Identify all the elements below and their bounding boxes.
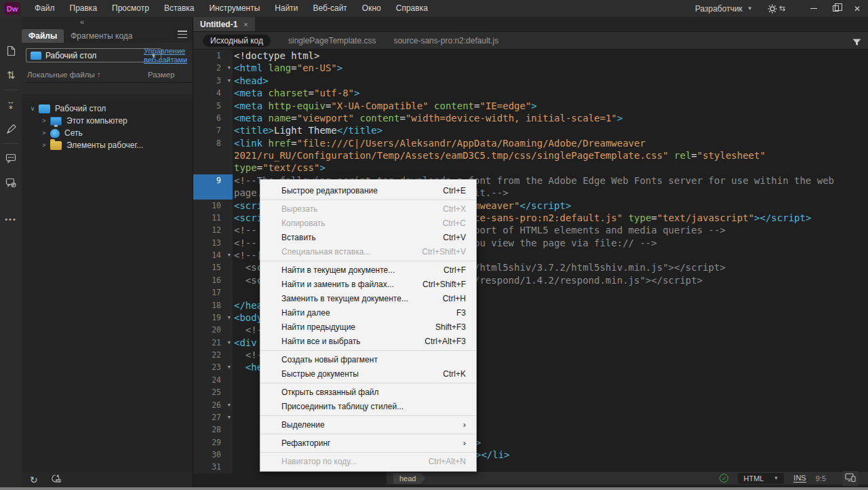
code-line[interactable]: type="text/css"> <box>193 162 868 174</box>
line-gutter[interactable]: 18 <box>193 299 233 312</box>
line-gutter[interactable]: 25 <box>193 386 233 398</box>
gear-sync-icon[interactable]: ⇆ <box>768 3 785 14</box>
fold-arrow-icon[interactable]: ▼ <box>228 361 231 373</box>
line-gutter[interactable]: 15 <box>193 261 233 274</box>
line-gutter[interactable]: 22 <box>193 349 233 361</box>
get-put-files-icon[interactable]: ⇅ <box>0 63 22 88</box>
line-gutter[interactable]: 14▼ <box>193 249 233 261</box>
context-menu-item-19[interactable]: Присоединить таблицу стилей... <box>260 399 476 413</box>
related-file-1[interactable]: Исходный код <box>203 35 271 47</box>
tree-item[interactable]: >Сеть <box>22 127 193 139</box>
panel-tab-2[interactable]: Фрагменты кода <box>64 29 139 43</box>
panel-menu-icon[interactable] <box>178 31 187 38</box>
line-gutter[interactable]: 29 <box>193 436 233 449</box>
line-gutter[interactable]: 31 <box>193 461 233 473</box>
line-gutter[interactable]: 26▼ <box>193 399 233 411</box>
manage-sites-link[interactable]: Управление веб-сайтами <box>144 47 189 64</box>
code-line[interactable]: 4<meta charset="utf-8"> <box>193 87 868 99</box>
menubar-item-2[interactable]: Правка <box>62 0 105 17</box>
context-menu-item-18[interactable]: Открыть связанный файл <box>260 385 476 399</box>
menubar-item-5[interactable]: Инструменты <box>201 0 267 17</box>
comments-off-icon[interactable] <box>0 170 22 195</box>
site-selector[interactable]: Рабочий стол ▼ <box>26 48 161 62</box>
column-size[interactable]: Размер <box>148 71 175 79</box>
code-line[interactable]: 5<meta http-equiv="X-UA-Compatible" cont… <box>193 100 868 112</box>
line-gutter[interactable] <box>193 162 233 174</box>
comments-icon[interactable] <box>0 146 22 170</box>
tree-item[interactable]: >Этот компьютер <box>22 115 193 127</box>
context-menu-item-23[interactable]: Рефакторинг› <box>260 436 476 450</box>
line-gutter[interactable]: 2▼ <box>193 62 233 74</box>
context-menu-item-13[interactable]: Найти все и выбратьCtrl+Alt+F3 <box>260 334 476 348</box>
code-line[interactable]: 6<meta name="viewport" content="width=de… <box>193 112 868 124</box>
line-gutter[interactable]: 19▼ <box>193 312 233 324</box>
doctype-select[interactable]: HTML ▼ <box>738 473 784 484</box>
restore-button[interactable] <box>825 0 846 17</box>
column-local-files[interactable]: Локальные файлы ↑ <box>27 71 101 79</box>
fold-arrow-icon[interactable]: ▼ <box>228 312 231 324</box>
context-menu-item-10[interactable]: Заменить в текущем документе...Ctrl+H <box>260 291 476 305</box>
fold-arrow-icon[interactable]: ▼ <box>228 399 231 411</box>
document-tab[interactable]: Untitled-1 × <box>193 17 255 31</box>
fold-arrow-icon[interactable]: ▼ <box>228 411 231 423</box>
menubar-item-4[interactable]: Вставка <box>157 0 202 17</box>
fold-arrow-icon[interactable]: ▼ <box>228 337 231 349</box>
menubar-item-8[interactable]: Окно <box>355 0 389 17</box>
fold-arrow-icon[interactable]: ▼ <box>228 249 231 261</box>
line-gutter[interactable]: 23▼ <box>193 361 233 373</box>
line-gutter[interactable] <box>193 149 233 162</box>
line-gutter[interactable]: 6 <box>193 112 233 124</box>
tree-item[interactable]: >Элементы рабочег... <box>22 139 193 151</box>
code-line[interactable]: 1<!doctype html> <box>193 50 868 62</box>
related-file-2[interactable]: singlePageTemplate.css <box>288 36 376 45</box>
chevron-collapsed-icon[interactable]: > <box>40 117 48 124</box>
close-button[interactable]: ✕ <box>846 0 868 17</box>
line-gutter[interactable]: 8 <box>193 137 233 149</box>
more-options-icon[interactable]: ••• <box>0 207 22 231</box>
line-gutter[interactable]: 1 <box>193 50 233 62</box>
context-menu-item-16[interactable]: Быстрые документыCtrl+K <box>260 366 476 381</box>
context-menu-item-11[interactable]: Найти далееF3 <box>260 305 476 320</box>
line-gutter[interactable]: 20 <box>193 324 233 336</box>
menubar-item-3[interactable]: Просмотр <box>104 0 157 17</box>
context-menu-item-9[interactable]: Найти и заменить в файлах...Ctrl+Shift+F <box>260 277 476 291</box>
minimize-button[interactable] <box>803 0 825 17</box>
refresh-icon[interactable]: ↻ <box>30 474 38 485</box>
chevron-expanded-icon[interactable]: ∨ <box>28 105 37 112</box>
code-line[interactable]: 3▼<head> <box>193 75 868 87</box>
line-gutter[interactable]: 27▼ <box>193 411 233 423</box>
line-gutter[interactable]: 13 <box>193 237 233 249</box>
line-gutter[interactable]: 3▼ <box>193 75 233 87</box>
menubar-item-9[interactable]: Справка <box>389 0 435 17</box>
menubar-item-1[interactable]: Файл <box>27 0 62 17</box>
related-file-3[interactable]: source-sans-pro:n2:default.js <box>393 36 498 45</box>
close-tab-icon[interactable]: × <box>243 20 248 29</box>
line-gutter[interactable]: 12 <box>193 224 233 236</box>
tag-selector[interactable]: head <box>393 473 425 484</box>
workspace-switcher[interactable]: Разработчик ▼ <box>695 4 753 14</box>
live-preview-icon[interactable]: ↔∗ <box>0 92 22 117</box>
filter-icon[interactable] <box>852 37 861 49</box>
line-gutter[interactable]: 9 <box>193 174 233 187</box>
context-menu-item-5[interactable]: ВставитьCtrl+V <box>260 230 476 244</box>
insert-mode-toggle[interactable]: INS <box>793 474 806 483</box>
chevron-collapsed-icon[interactable]: > <box>40 130 48 136</box>
connection-log-icon[interactable] <box>50 474 62 486</box>
context-menu-item-1[interactable]: Быстрое редактированиеCtrl+E <box>260 183 476 197</box>
line-gutter[interactable]: 17 <box>193 286 233 299</box>
code-line[interactable]: 7<title>Light Theme</title> <box>193 124 868 136</box>
fold-arrow-icon[interactable]: ▼ <box>228 62 231 74</box>
panel-tab-1[interactable]: Файлы <box>22 29 64 43</box>
line-gutter[interactable]: 28 <box>193 423 233 436</box>
line-gutter[interactable]: 24 <box>193 374 233 386</box>
collapse-panel-icon[interactable]: « <box>80 18 84 26</box>
code-line[interactable]: 2021/ru_RU/Configuration/Temp/Assets/eam… <box>193 149 868 162</box>
new-file-icon[interactable] <box>0 39 22 63</box>
context-menu-item-21[interactable]: Выделение› <box>260 417 476 432</box>
line-gutter[interactable]: 5 <box>193 100 233 112</box>
context-menu-item-15[interactable]: Создать новый фрагмент <box>260 352 476 366</box>
code-line[interactable]: 2▼<html lang="en-US"> <box>193 62 868 74</box>
line-gutter[interactable]: 30 <box>193 449 233 461</box>
line-gutter[interactable]: 21▼ <box>193 337 233 349</box>
device-preview-icon[interactable] <box>842 471 859 486</box>
